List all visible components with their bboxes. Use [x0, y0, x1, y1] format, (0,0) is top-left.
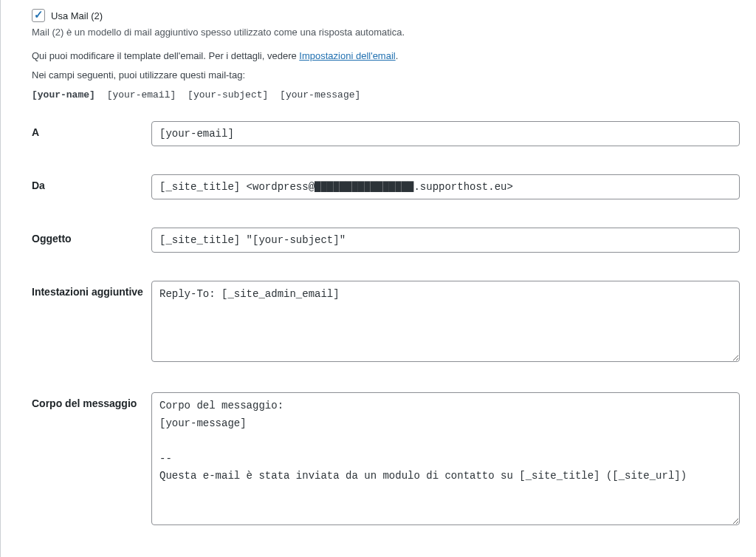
row-to: A [32, 121, 744, 146]
tag-your-name: [your-name] [32, 89, 95, 100]
tag-your-subject: [your-subject] [188, 89, 268, 100]
instructions-line1: Qui puoi modificare il template dell'ema… [32, 48, 744, 64]
instructions-line2: Nei campi seguenti, puoi utilizzare ques… [32, 67, 744, 83]
row-body: Corpo del messaggio [32, 392, 744, 527]
tag-your-email: [your-email] [107, 89, 176, 100]
input-subject[interactable] [151, 228, 740, 253]
textarea-headers[interactable] [151, 281, 740, 362]
label-to: A [32, 121, 151, 140]
input-to[interactable] [151, 121, 740, 146]
use-mail2-label: Usa Mail (2) [51, 10, 103, 21]
label-headers: Intestazioni aggiuntive [32, 281, 151, 300]
use-mail2-checkbox[interactable] [32, 9, 45, 22]
use-mail2-row: Usa Mail (2) [32, 9, 744, 22]
label-body: Corpo del messaggio [32, 392, 151, 411]
row-headers: Intestazioni aggiuntive [32, 281, 744, 364]
mail2-description: Mail (2) è un modello di mail aggiuntivo… [32, 27, 744, 38]
input-from[interactable] [151, 174, 740, 199]
textarea-body[interactable] [151, 392, 740, 525]
label-subject: Oggetto [32, 228, 151, 247]
instructions-suffix: . [396, 50, 399, 61]
email-settings-link[interactable]: Impostazioni dell'email [299, 50, 395, 61]
mail2-settings-panel: Usa Mail (2) Mail (2) è un modello di ma… [0, 0, 756, 557]
mail-tags: [your-name] [your-email] [your-subject] … [32, 86, 744, 100]
label-from: Da [32, 174, 151, 194]
instructions-prefix: Qui puoi modificare il template dell'ema… [32, 50, 299, 61]
row-subject: Oggetto [32, 228, 744, 253]
tag-your-message: [your-message] [280, 89, 360, 100]
row-from: Da [32, 174, 744, 199]
